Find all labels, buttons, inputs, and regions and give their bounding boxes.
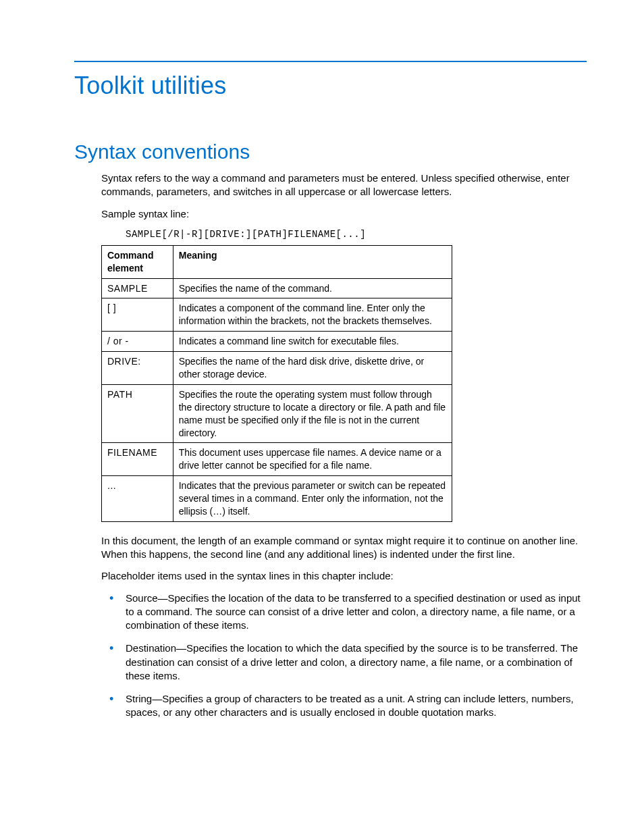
cmd-meaning: Indicates that the previous parameter or… bbox=[173, 476, 452, 522]
intro-paragraph: Syntax refers to the way a command and p… bbox=[101, 172, 587, 199]
table-row: / or - Indicates a command line switch f… bbox=[102, 332, 452, 352]
body: Syntax refers to the way a command and p… bbox=[101, 172, 587, 720]
list-item: Source—Specifies the location of the dat… bbox=[126, 592, 587, 633]
cmd-element: / or - bbox=[102, 332, 173, 352]
page-title: Toolkit utilities bbox=[74, 72, 587, 100]
cmd-meaning: Indicates a command line switch for exec… bbox=[173, 332, 452, 352]
table-header-element: Command element bbox=[102, 245, 173, 278]
cmd-element: DRIVE: bbox=[102, 352, 173, 385]
cmd-meaning: Specifies the route the operating system… bbox=[173, 384, 452, 443]
cmd-meaning: Specifies the name of the hard disk driv… bbox=[173, 352, 452, 385]
syntax-table: Command element Meaning SAMPLE Specifies… bbox=[101, 245, 452, 522]
after-table-paragraph-2: Placeholder items used in the syntax lin… bbox=[101, 569, 587, 583]
table-row: FILENAME This document uses uppercase fi… bbox=[102, 443, 452, 476]
sample-label: Sample syntax line: bbox=[101, 207, 587, 221]
cmd-element: FILENAME bbox=[102, 443, 173, 476]
sample-code: SAMPLE[/R|-R][DRIVE:][PATH]FILENAME[...] bbox=[126, 229, 587, 240]
cmd-meaning: Indicates a component of the command lin… bbox=[173, 298, 452, 332]
after-table-paragraph-1: In this document, the length of an examp… bbox=[101, 534, 587, 562]
cmd-element: ... bbox=[102, 476, 173, 522]
bullet-list: Source—Specifies the location of the dat… bbox=[126, 592, 587, 720]
list-item: Destination—Specifies the location to wh… bbox=[126, 642, 587, 683]
cmd-meaning: This document uses uppercase file names.… bbox=[173, 443, 452, 476]
table-row: ... Indicates that the previous paramete… bbox=[102, 476, 452, 522]
top-rule bbox=[74, 61, 587, 62]
section-heading: Syntax conventions bbox=[74, 140, 587, 163]
cmd-meaning: Specifies the name of the command. bbox=[173, 278, 452, 298]
table-header-meaning: Meaning bbox=[173, 245, 452, 278]
table-row: [ ] Indicates a component of the command… bbox=[102, 298, 452, 332]
list-item: String—Specifies a group of characters t… bbox=[126, 692, 587, 720]
cmd-element: [ ] bbox=[102, 298, 173, 332]
page: Toolkit utilities Syntax conventions Syn… bbox=[0, 0, 644, 834]
table-row: DRIVE: Specifies the name of the hard di… bbox=[102, 352, 452, 385]
table-row: PATH Specifies the route the operating s… bbox=[102, 384, 452, 443]
cmd-element: PATH bbox=[102, 384, 173, 443]
cmd-element: SAMPLE bbox=[102, 278, 173, 298]
table-row: SAMPLE Specifies the name of the command… bbox=[102, 278, 452, 298]
